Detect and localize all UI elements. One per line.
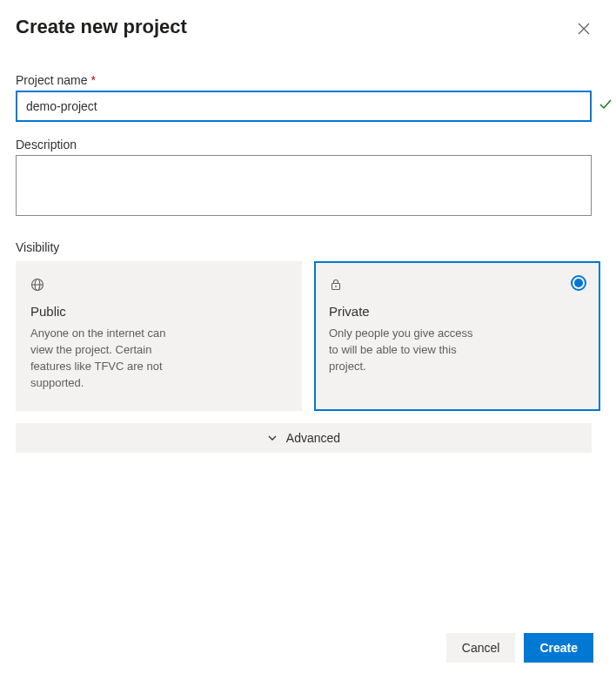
- visibility-label: Visibility: [16, 240, 600, 254]
- create-button[interactable]: Create: [524, 633, 593, 663]
- visibility-option-desc: Only people you give access to will be a…: [329, 326, 477, 375]
- advanced-label: Advanced: [286, 431, 340, 445]
- visibility-option-public[interactable]: Public Anyone on the internet can view t…: [16, 261, 302, 411]
- visibility-option-desc: Anyone on the internet can view the proj…: [30, 326, 178, 391]
- lock-icon: [329, 278, 586, 295]
- project-name-input[interactable]: [16, 91, 592, 122]
- cancel-button[interactable]: Cancel: [446, 633, 516, 663]
- visibility-option-private[interactable]: Private Only people you give access to w…: [314, 261, 600, 411]
- svg-point-4: [335, 286, 337, 287]
- visibility-option-title: Public: [30, 304, 287, 319]
- chevron-down-icon: [267, 433, 278, 443]
- required-indicator: *: [90, 73, 95, 87]
- description-input[interactable]: [16, 155, 592, 216]
- checkmark-icon: [599, 98, 613, 115]
- visibility-option-title: Private: [329, 304, 586, 319]
- description-label: Description: [16, 138, 77, 151]
- globe-icon: [30, 278, 287, 295]
- close-icon: [578, 23, 590, 35]
- radio-selected-icon: [571, 275, 586, 291]
- project-name-label: Project name: [16, 73, 87, 87]
- page-title: Create new project: [16, 16, 187, 38]
- close-button[interactable]: [574, 19, 593, 38]
- advanced-toggle[interactable]: Advanced: [16, 423, 592, 453]
